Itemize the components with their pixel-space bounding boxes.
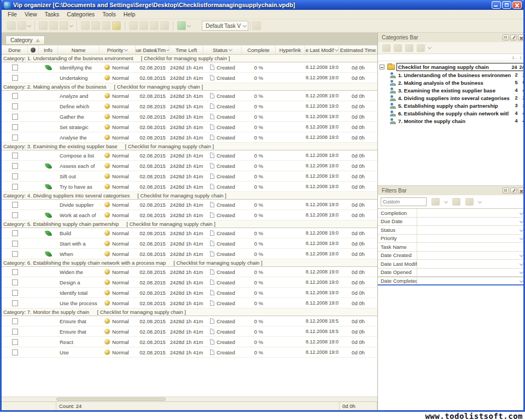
task-checkbox[interactable] xyxy=(12,279,18,285)
edit-views-icon[interactable] xyxy=(252,21,261,30)
task-checkbox[interactable] xyxy=(12,124,18,130)
delete-category-icon[interactable] xyxy=(405,44,413,52)
filter-value-area[interactable] xyxy=(417,254,523,256)
chevron-down-icon[interactable] xyxy=(520,219,523,223)
tree-root-row[interactable]: Checklist for managing supply chain2424 xyxy=(378,63,523,71)
chevron-down-icon[interactable] xyxy=(520,279,523,283)
filter-row-date-completed[interactable]: Date Completed xyxy=(378,277,523,285)
task-row[interactable]: Ensure thatNormal02.08.20152428d 1h 41mC… xyxy=(2,316,377,326)
category-options-icon[interactable] xyxy=(417,44,425,52)
scrollbar-thumb[interactable] xyxy=(56,398,166,401)
add-category-icon[interactable] xyxy=(382,44,390,52)
panel-undock-button[interactable] xyxy=(503,34,509,40)
collapse-icon[interactable] xyxy=(380,65,384,69)
column-header-complete[interactable]: Complete xyxy=(242,45,276,54)
filter-dropdown-icon[interactable] xyxy=(124,47,128,51)
filter-row-completion[interactable]: Completion xyxy=(378,209,523,218)
task-row[interactable]: Assess each ofNormal02.08.20152428d 1h 4… xyxy=(2,161,377,171)
task-row[interactable]: Divide supplierNormal02.08.20152428d 1h … xyxy=(2,200,377,210)
tree-category-item[interactable]: 5. Establishing supply chain partnership… xyxy=(378,102,523,109)
tree-root-box[interactable]: Checklist for managing supply chain2424 xyxy=(396,63,523,71)
task-row[interactable]: Compose a listNormal02.08.20152428d 1h 4… xyxy=(2,150,377,161)
move-right-icon[interactable] xyxy=(139,21,148,30)
category-group-row[interactable]: Category: 6. Establishing the supply cha… xyxy=(2,259,377,267)
panel-pin-button[interactable] xyxy=(510,188,517,194)
task-row[interactable]: Analyze andNormal02.08.20152428d 1h 41mC… xyxy=(2,91,377,101)
edit-category-icon[interactable] xyxy=(394,44,402,52)
filter-value-area[interactable] xyxy=(417,271,523,273)
task-row[interactable]: Work at each ofNormal02.08.20152428d 1h … xyxy=(2,210,377,220)
task-row[interactable]: Design aNormal02.08.20152428d 1h 41mCrea… xyxy=(2,277,377,288)
panel-pin-button[interactable] xyxy=(510,34,517,40)
column-header-done[interactable]: Done xyxy=(2,45,28,54)
category-group-row[interactable]: Category: 7. Monitor the supply chain[ C… xyxy=(2,308,377,316)
tree-category-item[interactable]: 1. Understanding of the business environ… xyxy=(378,71,523,79)
task-checkbox[interactable] xyxy=(12,300,18,306)
refresh-icon[interactable] xyxy=(81,21,90,30)
menu-view[interactable]: View xyxy=(21,10,41,18)
filter-row-due-date[interactable]: Due Date xyxy=(378,218,523,226)
task-row[interactable]: Gather theNormal02.08.20152428d 1h 41mCr… xyxy=(2,112,377,122)
task-checkbox[interactable] xyxy=(12,329,18,335)
apply-filter-icon[interactable] xyxy=(431,198,440,206)
task-row[interactable]: Try to have asNormal02.08.20152428d 1h 4… xyxy=(2,182,377,192)
new-file-icon[interactable] xyxy=(7,21,16,30)
filter-dropdown-icon[interactable] xyxy=(229,47,232,51)
new-task-icon[interactable] xyxy=(18,21,26,30)
task-checkbox[interactable] xyxy=(12,269,18,275)
category-group-row[interactable]: Category: 4. Dividing suppliers into sev… xyxy=(2,192,377,200)
category-group-row[interactable]: Category: 2. Making analysis of the busi… xyxy=(2,83,377,91)
task-checkbox[interactable] xyxy=(12,163,18,169)
task-checkbox[interactable] xyxy=(12,339,18,345)
task-row[interactable]: UseNormal02.08.20152428d 1h 41mCreated0 … xyxy=(2,347,377,358)
task-checkbox[interactable] xyxy=(12,349,18,355)
task-checkbox[interactable] xyxy=(12,153,18,159)
column-header-status[interactable]: Status xyxy=(203,45,242,54)
task-row[interactable]: Analyse theNormal02.08.20152428d 1h 41mC… xyxy=(2,132,377,143)
task-row[interactable]: Start with aNormal02.08.20152428d 1h 41m… xyxy=(2,238,377,249)
filter-row-date-opened[interactable]: Date Opened xyxy=(378,269,523,277)
task-checkbox[interactable] xyxy=(12,103,18,109)
task-row[interactable]: WhenNormal02.08.20152428d 1h 41mCreated0… xyxy=(2,249,377,259)
task-row[interactable]: Identify totalNormal02.08.20152428d 1h 4… xyxy=(2,288,377,298)
panel-close-button[interactable] xyxy=(518,188,523,194)
column-header-e-last-modif[interactable]: e Last Modif xyxy=(305,45,339,54)
task-row[interactable]: Widen theNormal02.08.20152428d 1h 41mCre… xyxy=(2,267,377,277)
tree-category-item[interactable]: 3. Examining the existing supplier base4… xyxy=(378,86,523,94)
column-header-flag[interactable] xyxy=(28,45,39,54)
filter-value-area[interactable] xyxy=(417,220,523,223)
column-header-info[interactable]: Info xyxy=(39,45,58,54)
task-checkbox[interactable] xyxy=(12,230,18,236)
task-view-selector[interactable]: Default Task V xyxy=(202,21,248,31)
task-checkbox[interactable] xyxy=(12,212,18,218)
edit-icon[interactable] xyxy=(91,21,100,30)
task-checkbox[interactable] xyxy=(12,65,18,71)
filter-row-status[interactable]: Status xyxy=(378,226,523,235)
tree-category-item[interactable]: 7. Monitor the supply chain44 xyxy=(378,117,523,125)
print-icon[interactable] xyxy=(60,21,68,30)
chevron-down-icon[interactable] xyxy=(520,228,523,232)
dropdown-icon[interactable] xyxy=(69,23,73,27)
filter-dropdown-icon[interactable] xyxy=(335,47,339,51)
task-checkbox[interactable] xyxy=(12,184,18,190)
filter-row-task-name[interactable]: Task Name xyxy=(378,243,523,252)
filter-overflow-icon[interactable] xyxy=(478,199,482,203)
title-bar[interactable]: Vip organizer [C:\Documents and Settings… xyxy=(2,0,523,10)
delete-filter-icon[interactable] xyxy=(465,198,474,206)
task-checkbox[interactable] xyxy=(12,318,18,324)
task-row[interactable]: UndertakingNormal02.08.20152428d 1h 41mC… xyxy=(2,73,377,83)
column-header-time-left[interactable]: Time Left xyxy=(170,45,203,54)
toolbar-overflow-icon[interactable] xyxy=(428,45,431,49)
task-checkbox[interactable] xyxy=(12,114,18,120)
column-header-hyperlink[interactable]: Hyperlink xyxy=(276,45,305,54)
menu-file[interactable]: File xyxy=(4,10,21,18)
menu-tasks[interactable]: Tasks xyxy=(41,10,63,18)
category-group-row[interactable]: Category: 3. Examining the existing supp… xyxy=(2,143,377,150)
tree-category-item[interactable]: 4. Dividing suppliers into several categ… xyxy=(378,94,523,102)
outdent-icon[interactable] xyxy=(160,21,169,30)
task-checkbox[interactable] xyxy=(12,290,18,296)
chevron-down-icon[interactable] xyxy=(520,236,523,240)
menu-help[interactable]: Help xyxy=(120,10,139,18)
task-row[interactable]: Ensure thatNormal02.08.20152428d 1h 41mC… xyxy=(2,326,377,337)
column-header-ue-date-tim[interactable]: ue Date&Tim xyxy=(136,45,170,54)
